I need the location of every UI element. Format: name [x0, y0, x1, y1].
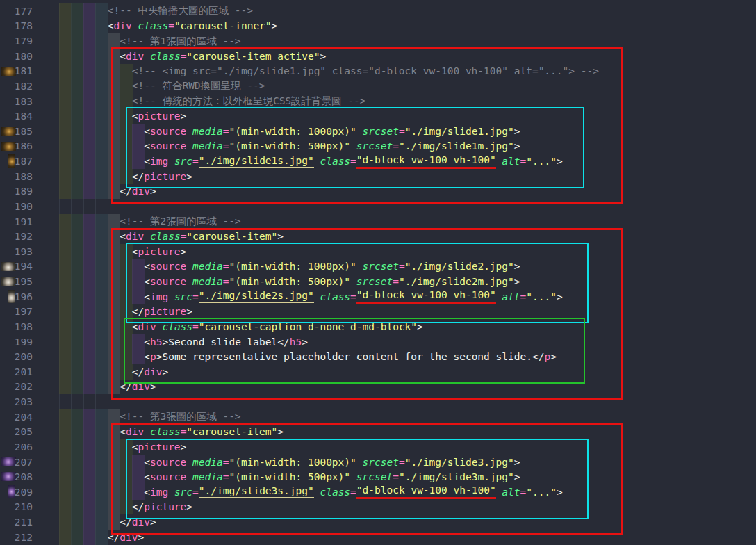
code-line-content[interactable]: <!-- 中央輪播大圖的區域 -->: [59, 3, 756, 19]
code-line[interactable]: 202</div>: [0, 380, 756, 395]
line-number[interactable]: 211: [15, 514, 33, 530]
code-line[interactable]: 191<!-- 第2張圖的區域 -->: [0, 214, 756, 229]
code-line[interactable]: 200<p>Some representative placeholder co…: [0, 349, 756, 364]
code-line[interactable]: 211</div>: [0, 514, 756, 530]
code-line-content[interactable]: </div>: [59, 184, 756, 200]
code-line-content[interactable]: <h5>Second slide label</h5>: [59, 334, 756, 350]
line-number[interactable]: 196: [15, 289, 33, 304]
line-number[interactable]: 180: [15, 49, 33, 64]
line-number[interactable]: 208: [15, 469, 33, 485]
code-line[interactable]: 193<picture>: [0, 244, 756, 259]
code-line[interactable]: 203: [0, 394, 756, 409]
code-line-content[interactable]: [59, 199, 756, 214]
code-line-content[interactable]: </div>: [59, 514, 756, 530]
code-line[interactable]: 205<div class="carousel-item">: [0, 425, 756, 440]
line-number[interactable]: 187: [15, 154, 33, 169]
line-number[interactable]: 193: [15, 244, 33, 259]
line-number[interactable]: 183: [15, 94, 33, 109]
code-line-content[interactable]: <div class="carousel-inner">: [59, 19, 756, 34]
code-line-content[interactable]: <picture>: [59, 244, 756, 259]
code-line[interactable]: 178<div class="carousel-inner">: [0, 19, 756, 34]
code-line-content[interactable]: </div>: [59, 380, 756, 395]
code-line-content[interactable]: <source media="(min-width: 500px)" srcse…: [59, 469, 756, 485]
code-line-content[interactable]: <img src="./img/slide2s.jpg" class="d-bl…: [59, 289, 756, 304]
code-line-content[interactable]: <div class="carousel-item">: [59, 425, 756, 440]
code-line[interactable]: 188</picture>: [0, 169, 756, 184]
line-number[interactable]: 178: [15, 19, 33, 34]
line-number[interactable]: 186: [15, 139, 33, 154]
code-line[interactable]: 209<img src="./img/slide3s.jpg" class="d…: [0, 485, 756, 500]
code-line-content[interactable]: <source media="(min-width: 500px)" srcse…: [59, 139, 756, 154]
code-line[interactable]: 210</picture>: [0, 500, 756, 515]
code-line[interactable]: 212</div>: [0, 530, 756, 545]
code-line-content[interactable]: <p>Some representative placeholder conte…: [59, 349, 756, 364]
code-line-content[interactable]: <source media="(min-width: 500px)" srcse…: [59, 274, 756, 289]
line-number[interactable]: 207: [15, 455, 33, 470]
code-line[interactable]: 184<picture>: [0, 108, 756, 124]
code-line[interactable]: 195<source media="(min-width: 500px)" sr…: [0, 274, 756, 289]
code-line-content[interactable]: <!-- 第1張圖的區域 -->: [59, 33, 756, 49]
line-number[interactable]: 191: [15, 214, 33, 229]
code-line-content[interactable]: <div class="carousel-item active">: [59, 49, 756, 64]
code-line-content[interactable]: <picture>: [59, 439, 756, 455]
code-line-content[interactable]: <source media="(min-width: 1000px)" srcs…: [59, 124, 756, 139]
line-number[interactable]: 190: [15, 199, 33, 214]
line-number[interactable]: 205: [15, 425, 33, 440]
code-line-content[interactable]: </div>: [59, 364, 756, 380]
code-line[interactable]: 194<source media="(min-width: 1000px)" s…: [0, 259, 756, 275]
code-line-content[interactable]: </div>: [59, 530, 756, 545]
code-line[interactable]: 204<!-- 第3張圖的區域 -->: [0, 409, 756, 425]
code-line[interactable]: 192<div class="carousel-item">: [0, 229, 756, 244]
line-number[interactable]: 194: [15, 259, 33, 275]
code-line[interactable]: 180<div class="carousel-item active">: [0, 49, 756, 64]
code-line-content[interactable]: <img src="./img/slide1s.jpg" class="d-bl…: [59, 154, 756, 169]
code-line[interactable]: 183<!-- 傳統的方法：以外框呈現CSS設計背景圖 -->: [0, 94, 756, 109]
line-number[interactable]: 177: [15, 3, 33, 19]
code-line[interactable]: 187<img src="./img/slide1s.jpg" class="d…: [0, 154, 756, 169]
code-line[interactable]: 186<source media="(min-width: 500px)" sr…: [0, 139, 756, 154]
code-line-content[interactable]: <!-- 傳統的方法：以外框呈現CSS設計背景圖 -->: [59, 94, 756, 109]
line-number[interactable]: 181: [15, 64, 33, 79]
code-line[interactable]: 201</div>: [0, 364, 756, 380]
code-line-content[interactable]: <img src="./img/slide3s.jpg" class="d-bl…: [59, 485, 756, 500]
code-line[interactable]: 177<!-- 中央輪播大圖的區域 -->: [0, 3, 756, 19]
code-line-content[interactable]: <!-- 符合RWD換圖呈現 -->: [59, 79, 756, 94]
code-line-content[interactable]: <!-- 第3張圖的區域 -->: [59, 409, 756, 425]
code-line[interactable]: 181<!-- <img src="./img/slide1.jpg" clas…: [0, 64, 756, 79]
line-number[interactable]: 189: [15, 184, 33, 200]
code-line[interactable]: 198<div class="carousel-caption d-none d…: [0, 319, 756, 334]
line-number[interactable]: 202: [15, 380, 33, 395]
code-line[interactable]: 199<h5>Second slide label</h5>: [0, 334, 756, 350]
code-line-content[interactable]: <picture>: [59, 108, 756, 124]
line-number[interactable]: 179: [15, 33, 33, 49]
line-number[interactable]: 212: [15, 530, 33, 545]
line-number[interactable]: 198: [15, 319, 33, 334]
line-number[interactable]: 195: [15, 274, 33, 289]
code-line[interactable]: 196<img src="./img/slide2s.jpg" class="d…: [0, 289, 756, 304]
code-line-content[interactable]: <!-- <img src="./img/slide1.jpg" class="…: [59, 64, 756, 79]
code-line-content[interactable]: [59, 394, 756, 409]
line-number[interactable]: 199: [15, 334, 33, 350]
code-line-content[interactable]: <source media="(min-width: 1000px)" srcs…: [59, 455, 756, 470]
line-number[interactable]: 209: [15, 485, 33, 500]
line-number[interactable]: 185: [15, 124, 33, 139]
line-number[interactable]: 203: [15, 394, 33, 409]
code-editor[interactable]: 177<!-- 中央輪播大圖的區域 -->178<div class="caro…: [0, 0, 756, 545]
code-line-content[interactable]: <!-- 第2張圖的區域 -->: [59, 214, 756, 229]
line-number[interactable]: 188: [15, 169, 33, 184]
line-number[interactable]: 182: [15, 79, 33, 94]
line-number[interactable]: 206: [15, 439, 33, 455]
code-line-content[interactable]: </picture>: [59, 169, 756, 184]
line-number[interactable]: 200: [15, 349, 33, 364]
code-line[interactable]: 208<source media="(min-width: 500px)" sr…: [0, 469, 756, 485]
line-number[interactable]: 204: [15, 409, 33, 425]
code-line[interactable]: 206<picture>: [0, 439, 756, 455]
code-line-content[interactable]: <div class="carousel-item">: [59, 229, 756, 244]
code-line[interactable]: 189</div>: [0, 184, 756, 200]
code-line[interactable]: 190: [0, 199, 756, 214]
line-number[interactable]: 192: [15, 229, 33, 244]
code-line[interactable]: 185<source media="(min-width: 1000px)" s…: [0, 124, 756, 139]
code-line-content[interactable]: <source media="(min-width: 1000px)" srcs…: [59, 259, 756, 275]
code-line[interactable]: 197</picture>: [0, 304, 756, 320]
code-line[interactable]: 179<!-- 第1張圖的區域 -->: [0, 33, 756, 49]
